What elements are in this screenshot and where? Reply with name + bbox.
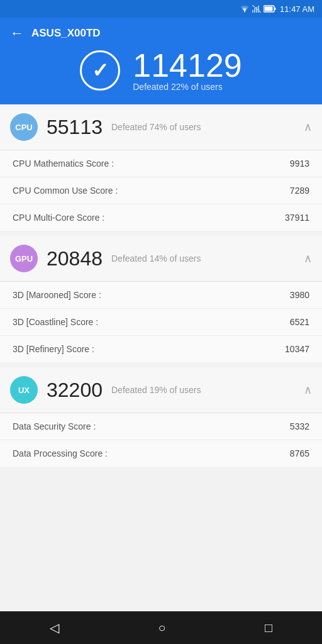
gpu-row-0-value: 3980 — [290, 290, 309, 300]
gpu-chevron-icon: ∧ — [304, 252, 312, 265]
ux-defeated: Defeated 19% of users — [111, 385, 304, 395]
ux-row-1-label: Data Processing Score : — [13, 448, 108, 458]
cpu-defeated: Defeated 74% of users — [111, 122, 304, 132]
check-icon: ✓ — [92, 58, 109, 82]
battery-icon — [264, 5, 276, 13]
gpu-row-2: 3D [Refinery] Score :10347 — [0, 336, 322, 362]
cpu-row-0-value: 9913 — [290, 158, 309, 169]
gpu-badge: GPU — [10, 245, 38, 272]
svg-point-0 — [244, 11, 245, 13]
cpu-badge: CPU — [10, 113, 38, 141]
cpu-row-2: CPU Multi-Core Score :37911 — [0, 204, 322, 231]
status-bar: 11:47 AM — [0, 0, 322, 18]
gpu-defeated: Defeated 14% of users — [111, 253, 304, 264]
svg-rect-4 — [258, 6, 259, 13]
gpu-score: 20848 — [47, 247, 103, 270]
ux-badge: UX — [10, 376, 38, 404]
section-gpu: GPU20848Defeated 14% of users∧3D [Maroon… — [0, 236, 322, 362]
ux-chevron-icon: ∧ — [304, 383, 312, 397]
cpu-chevron-icon: ∧ — [304, 120, 312, 134]
back-nav-button[interactable]: ◁ — [37, 615, 72, 640]
gpu-row-1-label: 3D [Coastline] Score : — [13, 317, 98, 327]
svg-rect-1 — [252, 10, 253, 13]
gpu-row-2-label: 3D [Refinery] Score : — [13, 344, 94, 354]
section-cpu: CPU55113Defeated 74% of users∧CPU Mathem… — [0, 104, 322, 231]
gpu-row-1-value: 6521 — [290, 317, 309, 327]
signal-icon — [252, 5, 261, 13]
score-section: ✓ 114129 Defeated 22% of users — [80, 49, 242, 92]
gpu-row-0-label: 3D [Marooned] Score : — [13, 290, 101, 300]
header-top: ← ASUS_X00TD — [10, 25, 312, 42]
main-score: 114129 — [133, 49, 242, 82]
svg-rect-8 — [265, 7, 273, 11]
cpu-row-1: CPU Common Use Score :7289 — [0, 177, 322, 204]
svg-rect-7 — [275, 8, 276, 10]
status-icons — [240, 5, 276, 13]
ux-row-1: Data Processing Score :8765 — [0, 440, 322, 467]
ux-row-0-label: Data Security Score : — [13, 421, 96, 431]
recent-nav-button[interactable]: □ — [252, 616, 285, 640]
cpu-row-2-label: CPU Multi-Core Score : — [13, 213, 104, 223]
gpu-row-1: 3D [Coastline] Score :6521 — [0, 309, 322, 336]
gpu-row-0: 3D [Marooned] Score :3980 — [0, 282, 322, 309]
header: ← ASUS_X00TD ✓ 114129 Defeated 22% of us… — [0, 18, 322, 104]
content-area: CPU55113Defeated 74% of users∧CPU Mathem… — [0, 104, 322, 611]
cpu-row-0-label: CPU Mathematics Score : — [13, 158, 114, 169]
score-info: 114129 Defeated 22% of users — [133, 49, 242, 92]
ux-row-1-value: 8765 — [290, 448, 309, 458]
cpu-row-1-label: CPU Common Use Score : — [13, 186, 118, 196]
wifi-icon — [240, 5, 250, 13]
cpu-score: 55113 — [47, 116, 103, 139]
section-header-ux[interactable]: UX32200Defeated 19% of users∧ — [0, 367, 322, 413]
gpu-row-2-value: 10347 — [285, 344, 309, 354]
ux-score: 32200 — [47, 379, 103, 402]
cpu-row-2-value: 37911 — [285, 213, 309, 223]
main-defeated-text: Defeated 22% of users — [133, 82, 242, 92]
cpu-row-1-value: 7289 — [290, 186, 309, 196]
section-header-cpu[interactable]: CPU55113Defeated 74% of users∧ — [0, 104, 322, 150]
back-button[interactable]: ← — [10, 25, 24, 42]
home-nav-button[interactable]: ○ — [145, 616, 178, 640]
svg-rect-2 — [254, 8, 255, 13]
device-name: ASUS_X00TD — [31, 27, 101, 40]
check-circle: ✓ — [80, 50, 120, 91]
cpu-row-0: CPU Mathematics Score :9913 — [0, 150, 322, 177]
ux-row-0-value: 5332 — [290, 421, 309, 431]
time-display: 11:47 AM — [280, 4, 314, 14]
ux-row-0: Data Security Score :5332 — [0, 413, 322, 440]
section-ux: UX32200Defeated 19% of users∧Data Securi… — [0, 367, 322, 467]
nav-bar: ◁ ○ □ — [0, 611, 322, 644]
section-header-gpu[interactable]: GPU20848Defeated 14% of users∧ — [0, 236, 322, 282]
